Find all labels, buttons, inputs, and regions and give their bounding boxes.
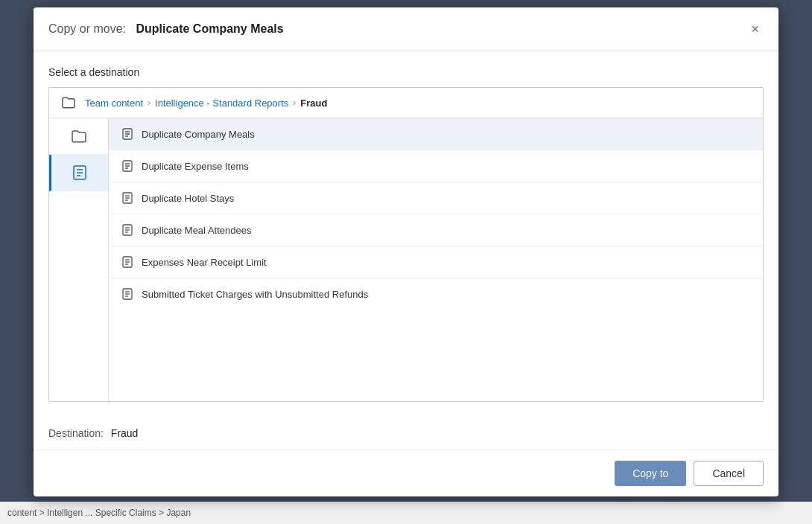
report-icon-3 xyxy=(121,223,134,237)
file-list-panel: Duplicate Company Meals Duplicate Expens… xyxy=(109,118,763,401)
file-name-3: Duplicate Meal Attendees xyxy=(142,225,251,236)
file-list-item[interactable]: Duplicate Company Meals xyxy=(109,118,763,150)
file-list-item[interactable]: Duplicate Expense Items xyxy=(109,150,763,182)
report-icon-2 xyxy=(121,191,134,205)
file-name-1: Duplicate Expense Items xyxy=(142,161,249,172)
destination-label: Destination: xyxy=(48,427,104,439)
breadcrumb-sep-1: › xyxy=(148,98,150,108)
select-destination-label: Select a destination xyxy=(48,66,764,78)
breadcrumb-standard-reports[interactable]: Intelligence - Standard Reports xyxy=(155,98,288,109)
nav-folder-icon xyxy=(70,127,88,145)
modal-title-label: Copy or move: xyxy=(48,22,126,35)
report-icon-4 xyxy=(121,255,134,269)
left-nav-folder-item[interactable] xyxy=(49,118,108,155)
breadcrumb-fraud: Fraud xyxy=(300,98,327,109)
browser-panels: Duplicate Company Meals Duplicate Expens… xyxy=(49,118,763,401)
file-name-2: Duplicate Hotel Stays xyxy=(142,193,234,204)
breadcrumb-sep-2: › xyxy=(293,98,296,108)
destination-bar: Destination: Fraud xyxy=(34,417,778,450)
close-button[interactable]: × xyxy=(746,19,764,39)
file-list-item[interactable]: Expenses Near Receipt Limit xyxy=(109,246,763,278)
modal-footer: Copy to Cancel xyxy=(34,450,778,496)
modal-body: Select a destination Team content › Inte… xyxy=(34,51,778,417)
modal-header: Copy or move: Duplicate Company Meals × xyxy=(34,7,778,51)
report-icon-0 xyxy=(121,127,134,141)
report-icon-5 xyxy=(121,287,134,301)
breadcrumb-team-content[interactable]: Team content xyxy=(85,98,143,109)
file-list-item[interactable]: Duplicate Meal Attendees xyxy=(109,214,763,246)
file-list-item[interactable]: Duplicate Hotel Stays xyxy=(109,182,763,214)
folder-icon xyxy=(61,95,76,110)
destination-value: Fraud xyxy=(111,427,139,439)
left-nav-reports-item[interactable] xyxy=(49,155,108,191)
modal-title: Copy or move: Duplicate Company Meals xyxy=(48,22,284,36)
file-browser: Team content › Intelligence - Standard R… xyxy=(48,87,764,402)
nav-reports-icon xyxy=(71,164,89,182)
report-icon-1 xyxy=(121,159,134,173)
file-name-4: Expenses Near Receipt Limit xyxy=(142,257,267,268)
file-name-0: Duplicate Company Meals xyxy=(142,129,255,140)
file-name-5: Submitted Ticket Charges with Unsubmitte… xyxy=(142,289,368,300)
file-list-item[interactable]: Submitted Ticket Charges with Unsubmitte… xyxy=(109,278,763,310)
left-nav-panel xyxy=(49,118,109,401)
breadcrumb-bar: Team content › Intelligence - Standard R… xyxy=(49,88,763,118)
cancel-button[interactable]: Cancel xyxy=(694,461,764,486)
modal-dialog: Copy or move: Duplicate Company Meals × … xyxy=(34,7,778,496)
modal-title-name: Duplicate Company Meals xyxy=(136,22,283,35)
copy-to-button[interactable]: Copy to xyxy=(615,461,686,486)
modal-backdrop: Copy or move: Duplicate Company Meals × … xyxy=(0,0,812,524)
